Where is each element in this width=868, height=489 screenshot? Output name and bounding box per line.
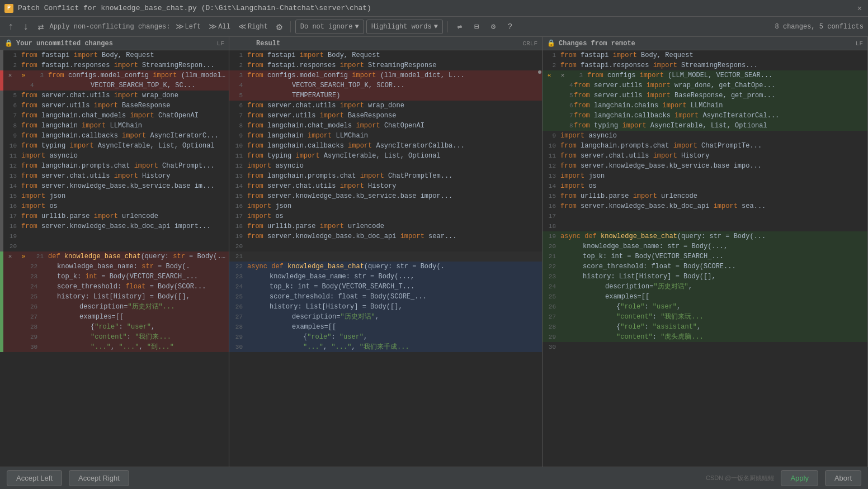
line-code: import json [560, 171, 867, 181]
table-row: 11 import asyncio [0, 151, 229, 161]
line-number: 1 [3, 50, 21, 60]
line-code: description="历史对话", [560, 282, 867, 292]
line-code: top_k: int = Body(VECTOR_SEARCH_... [560, 251, 867, 262]
line-number: 30 [229, 342, 247, 352]
abort-button[interactable]: Abort [825, 470, 861, 486]
line-number: 11 [542, 151, 560, 161]
table-row: 20 knowledge_base_name: str = Body(..., [542, 241, 867, 251]
equalizer-icon[interactable]: ⇌ [452, 20, 467, 34]
apply-button[interactable]: Apply [781, 470, 818, 486]
left-panel-header: 🔒 Your uncommitted changes LF [0, 37, 229, 50]
accept-right-button[interactable]: Accept Right [69, 470, 129, 486]
line-code: "content": "我们来玩... [560, 312, 867, 322]
table-row: 24 description="历史对话", [542, 282, 867, 292]
conflict-x-marker[interactable]: ✕ [3, 251, 17, 262]
lock-icon: 🔒 [4, 39, 13, 48]
line-code: import os [247, 211, 542, 221]
line-number: 27 [229, 312, 247, 322]
line-number: 26 [229, 302, 247, 312]
magic-button[interactable]: ⇄ [35, 20, 48, 34]
down-arrow-button[interactable]: ↓ [20, 20, 32, 34]
conflict-marker[interactable]: ✕ [3, 70, 17, 80]
line-number: 16 [542, 201, 560, 211]
line-number: 23 [3, 272, 35, 282]
table-row: 22 async def knowledge_base_chat(query: … [229, 262, 542, 272]
help-icon[interactable]: ? [503, 20, 517, 34]
columns-icon[interactable]: ⊟ [469, 20, 484, 34]
line-number: 22 [3, 262, 35, 272]
line-code: import os [21, 201, 229, 211]
right-code-area[interactable]: 1 from fastapi import Body, Request 2 fr… [542, 50, 867, 467]
highlight-dropdown[interactable]: Highlight words ▼ [366, 20, 443, 34]
table-row: 24 score_threshold: float = Body(SCOR... [0, 282, 229, 292]
table-row: 10 from typing import AsyncIterable, Lis… [0, 141, 229, 151]
accept-left-button[interactable]: Accept Left [7, 470, 62, 486]
apply-all-button[interactable]: ≫All [206, 20, 233, 34]
line-number: 27 [3, 312, 35, 322]
line-code: from configs.model_config import (llm_mo… [48, 70, 229, 80]
apply-left-button[interactable]: ≫Left [173, 20, 204, 34]
line-code: examples=[[ [35, 312, 229, 322]
left-code-area[interactable]: 1 from fastapi import Body, Request 2 fr… [0, 50, 229, 467]
watermark-text: CSDN @一饭名厨姚鲲鲲 [706, 474, 774, 482]
conflict-arrow[interactable]: » [17, 70, 30, 80]
line-code: from server.utils import BaseResponse [247, 111, 542, 121]
line-code: "content": "虎头虎脑... [560, 332, 867, 342]
table-row: 4 from server.utils import wrap_done, ge… [542, 80, 867, 91]
table-row: 2 from fastapi.responses import Streamin… [0, 60, 229, 70]
line-number: 28 [542, 322, 560, 332]
table-row: 14 import os [542, 181, 867, 191]
ignore-dropdown[interactable]: Do not ignore ▼ [295, 20, 364, 34]
line-code: from server.utils import wrap_done, get_… [574, 80, 867, 91]
line-code: knowledge_base_name: str = Body(..., [247, 272, 542, 282]
line-number: 2 [229, 60, 247, 70]
right-panel: 🔒 Changes from remote LF 1 from fastapi … [542, 37, 868, 467]
line-code: VECTOR_SEARCH_TOP_K, SCOR... [247, 80, 542, 91]
table-row: 25 history: List[History] = Body([], [0, 292, 229, 302]
table-row: 19 [0, 231, 229, 241]
middle-code-area[interactable]: 1 from fastapi import Body, Request 2 fr… [229, 50, 542, 467]
apply-right-button[interactable]: ≪Right [235, 20, 271, 34]
table-row: 6 from server.utils import BaseResponse [0, 101, 229, 111]
line-code: from langchain.prompts.chat import ChatP… [247, 171, 542, 181]
line-code: from langchain.callbacks import AsyncIte… [21, 131, 229, 141]
line-number: 14 [542, 181, 560, 191]
table-row: 12 from langchain.prompts.chat import Ch… [0, 161, 229, 171]
lock-icon-right: 🔒 [547, 39, 555, 48]
line-number: 19 [542, 231, 560, 241]
line-code: description="历史对话", [247, 312, 542, 322]
close-button[interactable]: ✕ [856, 4, 864, 12]
line-number: 19 [229, 231, 247, 241]
line-number: 4 [542, 80, 574, 91]
gear-icon[interactable]: ⚙ [486, 20, 501, 34]
line-code: knowledge_base_name: str = Body(. [35, 262, 229, 272]
line-number: 20 [542, 241, 560, 251]
settings-button[interactable]: ⚙ [273, 20, 286, 34]
table-row: 1 from fastapi import Body, Request [229, 50, 542, 60]
table-row: 26 history: List[History] = Body([], [229, 302, 542, 312]
line-code: from fastapi.responses import StreamingR… [247, 60, 542, 70]
line-code: from server.chat.utils import History [560, 151, 867, 161]
left-panel-title: Your uncommitted changes [16, 40, 113, 48]
line-number: 21 [30, 251, 48, 262]
table-row: 30 [542, 342, 867, 352]
line-code: import asyncio [21, 151, 229, 161]
conflict-marker-right[interactable]: « [542, 70, 556, 80]
conflict-arrow-marker[interactable]: » [17, 251, 30, 262]
table-row: 8 from langchain import LLMChain [0, 121, 229, 131]
table-row: 2 from fastapi.responses import Streamin… [229, 60, 542, 70]
table-row: 10 from langchain.callbacks import Async… [229, 141, 542, 151]
line-number: 24 [542, 282, 560, 292]
line-code: import json [247, 201, 542, 211]
line-number: 23 [542, 272, 560, 282]
line-code: from typing import AsyncIterable, List, … [574, 121, 867, 131]
line-code: from server.knowledge_base.kb_service.ba… [560, 161, 867, 171]
conflict-x-right[interactable]: ✕ [556, 70, 569, 80]
table-row: 27 "content": "我们来玩... [542, 312, 867, 322]
line-number: 18 [229, 221, 247, 231]
line-code: top_k: int = Body(VECTOR_SEARCH_... [35, 272, 229, 282]
table-row: 28 {"role": "user", [0, 322, 229, 332]
line-code: from server.knowledge_base.kb_doc_api im… [560, 201, 867, 211]
up-arrow-button[interactable]: ↑ [4, 20, 17, 34]
line-number: 18 [3, 221, 21, 231]
